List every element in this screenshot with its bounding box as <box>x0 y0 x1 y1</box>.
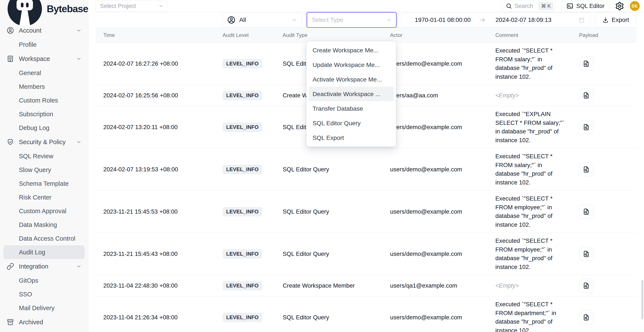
sidebar-item-label: Subscription <box>19 111 53 118</box>
sidebar-item-security-policy[interactable]: Security & Policy <box>4 135 85 149</box>
cell-actor: users/demo@example.com <box>382 247 488 261</box>
brand-name: Bytebase <box>46 3 88 14</box>
sidebar-item-profile[interactable]: Profile <box>4 38 85 51</box>
empty-comment-label: <Empty> <box>495 92 519 99</box>
gear-icon[interactable] <box>615 1 624 11</box>
sidebar-item-debug-log[interactable]: Debug Log <box>4 121 85 135</box>
file-search-icon <box>582 250 590 258</box>
cell-payload <box>572 201 637 222</box>
export-button[interactable]: Export <box>595 12 636 28</box>
cell-audit-level: LEVEL_INFO <box>215 203 275 220</box>
sidebar-item-gitops[interactable]: GitOps <box>4 274 85 287</box>
sql-editor-button[interactable]: SQL Editor <box>561 0 610 12</box>
sidebar-item-label: Slow Query <box>19 166 51 173</box>
cell-time: 2024-02-07 13:19:53 +08:00 <box>96 162 215 176</box>
chevron-down-icon <box>386 17 392 23</box>
actor-filter-value: All <box>239 16 288 23</box>
payload-view-button[interactable] <box>579 89 593 102</box>
building-icon <box>6 55 14 63</box>
sidebar-item-slow-query[interactable]: Slow Query <box>4 163 85 177</box>
cell-payload <box>572 159 637 180</box>
sidebar-item-sql-review[interactable]: SQL Review <box>4 149 85 163</box>
empty-comment-label: <Empty> <box>495 282 519 289</box>
sidebar-item-risk-center[interactable]: Risk Center <box>4 190 85 204</box>
cell-actor: users/aa@aa.com <box>382 88 488 103</box>
cell-time: 2023-11-04 22:48:30 +08:00 <box>96 279 215 293</box>
payload-view-button[interactable] <box>579 205 593 218</box>
cell-time: 2024-02-07 16:27:26 +08:00 <box>96 57 215 71</box>
payload-view-button[interactable] <box>579 279 593 293</box>
type-dropdown-menu: Create Workspace Me...Update Workspace M… <box>306 41 396 147</box>
sidebar-item-members[interactable]: Members <box>4 80 85 94</box>
sidebar-item-sso[interactable]: SSO <box>4 287 85 301</box>
cell-comment: Executed `"SELECT * FROM salary;"` in da… <box>488 149 572 190</box>
sidebar-item-audit-log[interactable]: Audit Log <box>4 245 85 259</box>
search-shortcut-kbd: ⌘ K <box>538 2 553 10</box>
payload-view-button[interactable] <box>579 311 593 324</box>
payload-view-button[interactable] <box>579 247 593 261</box>
sidebar-item-label: Custom Approval <box>19 208 66 215</box>
sidebar-item-label: Mail Delivery <box>19 305 54 312</box>
scrollbar-thumb[interactable] <box>642 280 643 319</box>
sidebar-item-label: Workspace <box>19 55 50 62</box>
cell-audit-type: SQL Editor Query <box>275 205 382 219</box>
chevron-down-icon <box>76 56 82 62</box>
type-option-activate-workspace-me[interactable]: Activate Workspace Me... <box>306 72 396 87</box>
date-range-picker[interactable]: 1970-01-01 08:00:00 2024-02-07 18:09:13 <box>401 12 590 28</box>
cell-actor: users/demo@example.com <box>382 162 488 176</box>
actor-filter-select[interactable]: All <box>222 12 302 28</box>
sidebar-item-account[interactable]: Account <box>4 23 85 38</box>
cell-time: 2023-11-21 15:45:53 +08:00 <box>96 205 215 219</box>
type-option-transfer-database[interactable]: Transfer Database <box>306 101 396 116</box>
type-option-sql-editor-query[interactable]: SQL Editor Query <box>306 116 396 130</box>
sidebar-item-schema-template[interactable]: Schema Template <box>4 177 85 190</box>
payload-view-button[interactable] <box>579 163 593 176</box>
audit-level-badge: LEVEL_INFO <box>222 249 262 259</box>
cell-audit-level: LEVEL_INFO <box>215 309 275 326</box>
sidebar-item-archived[interactable]: Archived <box>4 315 85 330</box>
sidebar-item-mail-delivery[interactable]: Mail Delivery <box>4 301 85 315</box>
type-option-sql-export[interactable]: SQL Export <box>306 130 396 145</box>
cell-audit-level: LEVEL_INFO <box>215 87 275 104</box>
cell-actor: users/demo@example.com <box>382 120 488 134</box>
type-option-update-workspace-me[interactable]: Update Workspace Me... <box>306 57 396 72</box>
chevron-down-icon <box>76 28 82 33</box>
brand-logo[interactable]: Bytebase <box>0 0 88 17</box>
sidebar-item-label: Data Masking <box>19 221 57 228</box>
payload-view-button[interactable] <box>579 120 593 134</box>
sidebar-item-label: Security & Policy <box>19 139 66 146</box>
audit-level-badge: LEVEL_INFO <box>222 59 262 68</box>
sidebar-nav: AccountProfileWorkspaceGeneralMembersCus… <box>0 17 88 332</box>
sidebar-item-data-masking[interactable]: Data Masking <box>4 218 85 232</box>
file-search-icon <box>582 123 590 131</box>
search-input[interactable]: Search ⌘ K <box>502 0 556 12</box>
sidebar-item-workspace[interactable]: Workspace <box>4 51 85 66</box>
sidebar-item-custom-approval[interactable]: Custom Approval <box>4 204 85 218</box>
avatar[interactable]: DE <box>630 1 640 11</box>
sidebar-item-label: SQL Review <box>19 153 53 160</box>
table-row: 2023-11-21 15:45:43 +08:00LEVEL_INFOSQL … <box>96 233 637 275</box>
type-option-deactivate-workspace[interactable]: Deactivate Workspace ... <box>309 87 394 101</box>
app-root: Bytebase AccountProfileWorkspaceGeneralM… <box>0 0 644 332</box>
sidebar-item-label: Members <box>19 83 45 90</box>
cell-payload <box>572 307 637 328</box>
date-range-end: 2024-02-07 18:09:13 <box>496 16 552 23</box>
sidebar-item-data-access-control[interactable]: Data Access Control <box>4 232 85 245</box>
audit-level-badge: LEVEL_INFO <box>222 281 262 290</box>
topbar-right: Search ⌘ K SQL Editor DE <box>502 0 640 12</box>
table-header-row: TimeAudit LevelAudit TypeActorCommentPay… <box>96 28 637 43</box>
payload-view-button[interactable] <box>579 57 593 71</box>
cell-comment: <Empty> <box>488 88 572 103</box>
sidebar-item-general[interactable]: General <box>4 66 85 80</box>
topbar: Select Project Search ⌘ K SQL Editor DE <box>88 0 644 12</box>
cell-payload <box>572 53 637 74</box>
cell-time: 2023-11-21 15:45:43 +08:00 <box>96 247 215 261</box>
cell-time: 2024-02-07 16:25:56 +08:00 <box>96 88 215 103</box>
sidebar-item-custom-roles[interactable]: Custom Roles <box>4 94 85 107</box>
sidebar-item-integration[interactable]: Integration <box>4 259 85 274</box>
sql-editor-label: SQL Editor <box>576 3 604 9</box>
project-select[interactable]: Select Project <box>96 0 168 12</box>
sidebar-item-subscription[interactable]: Subscription <box>4 107 85 121</box>
type-option-create-workspace-me[interactable]: Create Workspace Me... <box>306 43 396 57</box>
type-filter-select[interactable]: Select Type <box>307 12 396 28</box>
